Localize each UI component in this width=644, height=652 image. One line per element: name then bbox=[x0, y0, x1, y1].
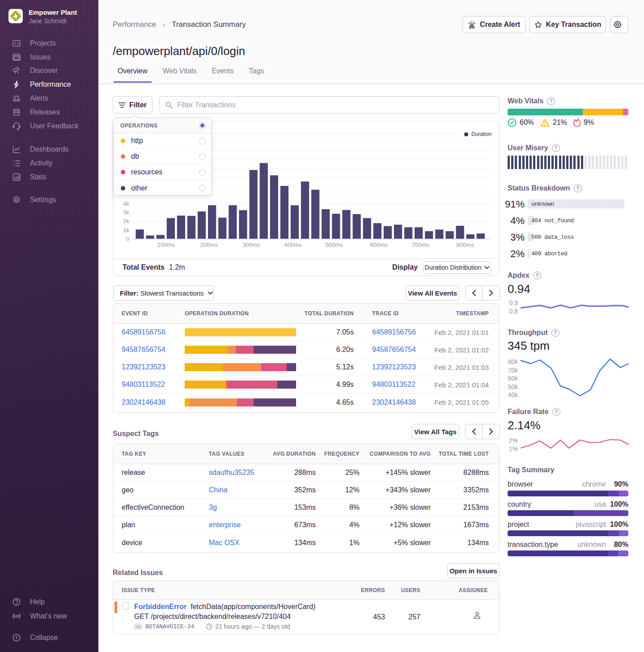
svg-text:200ms: 200ms bbox=[200, 241, 218, 248]
svg-text:700ms: 700ms bbox=[411, 241, 429, 248]
svg-text:2k: 2k bbox=[123, 218, 129, 224]
svg-text:400ms: 400ms bbox=[284, 241, 302, 248]
svg-text:3k: 3k bbox=[123, 209, 129, 216]
svg-text:600ms: 600ms bbox=[370, 241, 388, 248]
svg-text:1k: 1k bbox=[123, 227, 129, 233]
svg-text:800ms: 800ms bbox=[456, 241, 474, 248]
svg-text:100ms: 100ms bbox=[157, 241, 175, 248]
svg-text:300ms: 300ms bbox=[242, 241, 260, 248]
svg-text:500ms: 500ms bbox=[325, 241, 343, 248]
svg-text:4k: 4k bbox=[123, 200, 129, 207]
svg-text:0: 0 bbox=[126, 236, 129, 242]
